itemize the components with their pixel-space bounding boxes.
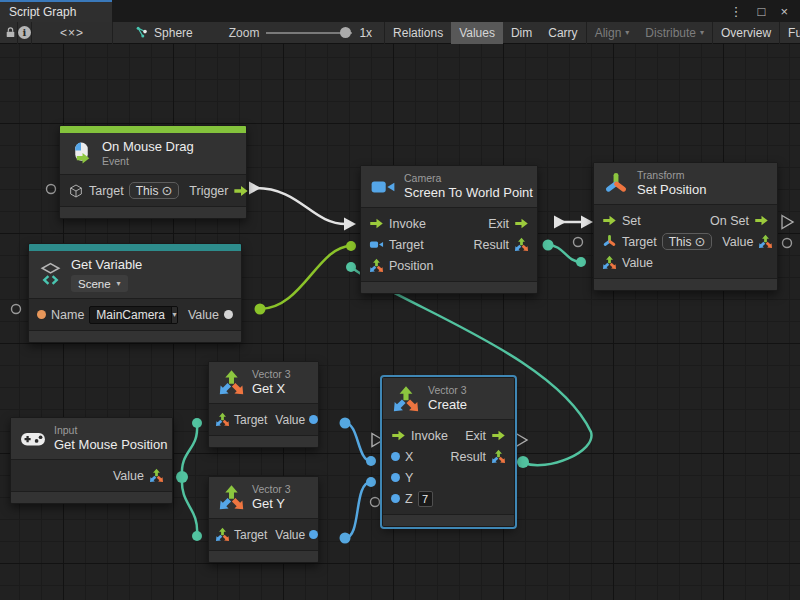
node-title: Screen To World Point xyxy=(404,185,533,201)
port-label-value: Value xyxy=(275,413,305,427)
object-port-dot[interactable] xyxy=(224,310,233,319)
lock-icon xyxy=(4,26,17,39)
info-button[interactable]: i xyxy=(18,22,31,44)
zoom-label: Zoom xyxy=(229,26,260,40)
float-port-dot[interactable] xyxy=(391,494,400,503)
graph-icon xyxy=(135,25,150,40)
node-footer xyxy=(209,436,318,447)
node-title: Get X xyxy=(252,381,291,397)
gameobject-cube-icon xyxy=(68,183,84,199)
port-label-value: Value xyxy=(275,528,305,542)
port-label-target: Target xyxy=(622,235,657,249)
port-label-z: Z xyxy=(405,492,413,506)
camera-port-icon xyxy=(369,237,384,252)
float-port-dot[interactable] xyxy=(391,473,400,482)
graph-toolbar: i <×> Sphere Zoom 1x Relations Values Di… xyxy=(0,22,800,44)
node-title: On Mouse Drag xyxy=(102,139,194,155)
port-label-value: Value xyxy=(188,308,219,322)
flow-arrow-icon xyxy=(491,428,506,443)
vector3-port-icon xyxy=(758,234,773,249)
node-title: Get Variable xyxy=(71,257,142,273)
graph-breadcrumb[interactable]: Sphere xyxy=(127,22,201,44)
target-icon: ⊙ xyxy=(161,183,172,198)
vector3-port-icon xyxy=(369,258,384,273)
zoom-slider-knob[interactable] xyxy=(340,27,351,38)
variable-name-field[interactable]: MainCamera ▾ xyxy=(89,306,178,324)
tab-bar: Script Graph ⋮ □ × xyxy=(0,0,800,22)
node-category: Input xyxy=(54,424,167,437)
node-footer xyxy=(594,279,777,290)
vector3-icon xyxy=(218,484,245,511)
tab-title: Script Graph xyxy=(9,5,76,19)
node-get-y[interactable]: Vector 3 Get Y Target Value xyxy=(208,476,319,563)
fullscreen-button[interactable]: Full Screen xyxy=(780,22,800,44)
transform-icon xyxy=(603,171,629,197)
node-footer xyxy=(361,282,537,293)
float-port-dot[interactable] xyxy=(391,452,400,461)
vector3-port-icon xyxy=(491,449,506,464)
zoom-slider[interactable] xyxy=(266,32,352,34)
variable-icon xyxy=(38,262,63,287)
info-icon: i xyxy=(18,26,31,39)
values-button[interactable]: Values xyxy=(451,22,503,44)
vector3-port-icon xyxy=(602,255,617,270)
port-label-y: Y xyxy=(405,471,413,485)
script-graph-window: Script Graph ⋮ □ × i <×> Sphere Zoom xyxy=(0,0,800,600)
this-chip[interactable]: This ⊙ xyxy=(129,182,180,199)
port-label-result: Result xyxy=(451,450,486,464)
transform-port-icon xyxy=(602,234,617,249)
node-title: Get Y xyxy=(252,496,291,512)
node-footer xyxy=(11,492,172,503)
lock-button[interactable] xyxy=(4,22,17,44)
port-label-invoke: Invoke xyxy=(389,217,426,231)
port-label-invoke: Invoke xyxy=(411,429,448,443)
node-on-mouse-drag[interactable]: On Mouse Drag Event Target This ⊙ Trigge… xyxy=(59,125,247,219)
port-label-target: Target xyxy=(89,184,124,198)
flow-arrow-icon xyxy=(514,216,529,231)
gamepad-icon xyxy=(20,426,46,452)
flow-arrow-icon xyxy=(233,183,249,199)
align-dropdown[interactable]: Align ▾ xyxy=(587,22,638,44)
vector3-icon xyxy=(392,385,420,413)
vector3-icon xyxy=(218,369,245,396)
scope-dropdown[interactable]: Scene ▾ xyxy=(71,275,128,292)
node-title: Create xyxy=(428,397,467,413)
mouse-drag-icon xyxy=(69,141,94,166)
dim-button[interactable]: Dim xyxy=(503,22,540,44)
this-chip[interactable]: This ⊙ xyxy=(662,233,713,250)
node-vector3-create[interactable]: Vector 3 Create Invoke Exit X Result xyxy=(382,377,515,527)
close-icon[interactable]: × xyxy=(780,4,788,19)
float-port-dot[interactable] xyxy=(309,530,318,539)
code-icon: <×> xyxy=(60,26,84,40)
node-category: Vector 3 xyxy=(252,483,291,496)
port-label-set: Set xyxy=(622,214,641,228)
string-port-dot[interactable] xyxy=(37,310,46,319)
node-set-position[interactable]: Transform Set Position Set On Set Target… xyxy=(593,162,778,291)
relations-button[interactable]: Relations xyxy=(385,22,451,44)
vector3-port-icon xyxy=(215,412,230,427)
node-screen-to-world-point[interactable]: Camera Screen To World Point Invoke Exit… xyxy=(360,165,538,294)
node-get-mouse-position[interactable]: Input Get Mouse Position Value xyxy=(10,417,173,504)
port-label-on-set: On Set xyxy=(710,214,749,228)
port-label-value-in: Value xyxy=(622,256,653,270)
menu-kebab-icon[interactable]: ⋮ xyxy=(730,4,743,19)
embed-code-button[interactable]: <×> xyxy=(46,26,98,40)
float-port-dot[interactable] xyxy=(309,415,318,424)
event-accent-bar xyxy=(60,126,246,133)
maximize-icon[interactable]: □ xyxy=(758,4,766,19)
node-footer xyxy=(209,551,318,562)
carry-button[interactable]: Carry xyxy=(540,22,585,44)
distribute-dropdown[interactable]: Distribute ▾ xyxy=(637,22,712,44)
node-get-variable[interactable]: Get Variable Scene ▾ Name MainCamera ▾ V… xyxy=(28,243,242,343)
tab-script-graph[interactable]: Script Graph xyxy=(0,0,112,22)
port-label-value: Value xyxy=(113,469,144,483)
node-category: Transform xyxy=(637,169,706,182)
z-value-field[interactable]: 7 xyxy=(418,491,433,507)
chevron-down-icon[interactable]: ▾ xyxy=(171,307,177,323)
node-get-x[interactable]: Vector 3 Get X Target Value xyxy=(208,361,319,448)
zoom-control: Zoom 1x xyxy=(229,26,372,40)
node-footer xyxy=(383,515,514,526)
overview-button[interactable]: Overview xyxy=(713,22,779,44)
vector3-port-icon xyxy=(514,237,529,252)
variable-accent-bar xyxy=(29,244,241,251)
